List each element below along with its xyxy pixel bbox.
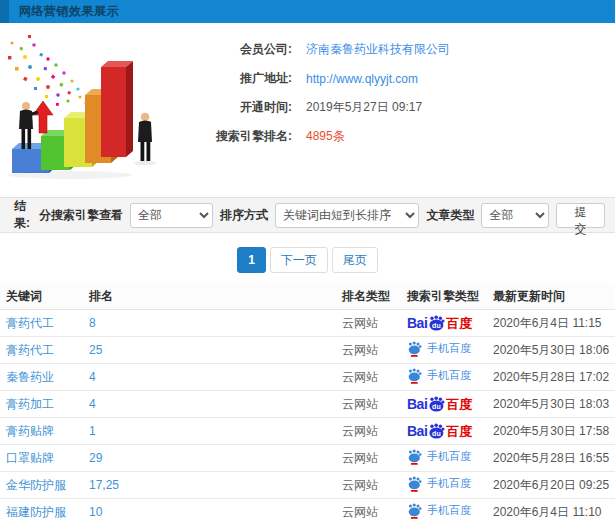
svg-text:du: du <box>432 403 441 410</box>
baidu-bai-text: Bai <box>407 397 427 411</box>
keyword-link[interactable]: 金华防护服 <box>6 478 66 492</box>
updated-time: 2020年6月4日 11:10 <box>493 504 615 520</box>
rank-type-value: 云网站 <box>342 423 407 440</box>
mobile-baidu-logo: 手机百度 <box>407 503 471 519</box>
open-time-value: 2019年5月27日 09:17 <box>306 99 422 116</box>
sort-filter-label: 排序方式 <box>220 207 268 224</box>
table-row: 膏药贴牌 1 云网站 Bai du 百度 <box>0 418 615 445</box>
result-label: 结果: <box>14 198 39 232</box>
baidu-cn-text: 百度 <box>446 317 472 330</box>
baidu-paw-icon: du <box>428 315 445 331</box>
mobile-baidu-text: 手机百度 <box>427 449 471 464</box>
baidu-logo: Bai du 百度 <box>407 423 472 438</box>
col-keyword: 关键词 <box>6 288 89 305</box>
table-body: 膏药代工 8 云网站 Bai du 百度 <box>0 310 615 520</box>
keyword-link[interactable]: 秦鲁药业 <box>6 370 54 384</box>
rank-link[interactable]: 1 <box>89 424 96 438</box>
page: 网络营销效果展示 <box>0 0 615 520</box>
updated-time: 2020年5月28日 16:55 <box>493 450 615 467</box>
col-engine-type: 搜索引擎类型 <box>407 288 493 305</box>
table-row: 膏药代工 25 云网站 <box>0 337 615 364</box>
baidu-cn-text: 百度 <box>446 398 472 411</box>
col-rank-type: 排名类型 <box>342 288 407 305</box>
engine-filter-label: 分搜索引擎查看 <box>39 207 123 224</box>
updated-time: 2020年5月30日 18:03 <box>493 396 615 413</box>
col-rank: 排名 <box>89 288 342 305</box>
up-arrow <box>33 101 53 133</box>
rank-type-value: 云网站 <box>342 396 407 413</box>
table-row: 秦鲁药业 4 云网站 <box>0 364 615 391</box>
rank-link[interactable]: 17,25 <box>89 478 119 492</box>
title-bar: 网络营销效果展示 <box>0 0 615 23</box>
sort-filter-select[interactable]: 关键词由短到长排序 <box>275 203 419 228</box>
promo-url-link[interactable]: http://www.qlyyjt.com <box>306 72 418 86</box>
next-page-button[interactable]: 下一页 <box>270 247 328 273</box>
col-updated: 最新更新时间 <box>493 288 615 305</box>
page-1-button[interactable]: 1 <box>237 247 266 273</box>
mobile-baidu-paw-icon <box>407 503 422 519</box>
keyword-link[interactable]: 福建防护服 <box>6 505 66 519</box>
baidu-cn-text: 百度 <box>446 425 472 438</box>
submit-button[interactable]: 提交 <box>556 203 605 228</box>
filter-controls: 分搜索引擎查看 全部 排序方式 关键词由短到长排序 文章类型 全部 提交 <box>39 203 605 228</box>
rank-type-value: 云网站 <box>342 315 407 332</box>
updated-time: 2020年5月30日 18:06 <box>493 342 615 359</box>
mobile-baidu-logo: 手机百度 <box>407 449 471 465</box>
keyword-link[interactable]: 口罩贴牌 <box>6 451 54 465</box>
article-type-select[interactable]: 全部 <box>481 203 549 228</box>
last-page-button[interactable]: 尾页 <box>332 247 378 273</box>
mobile-baidu-paw-icon <box>407 341 422 357</box>
table-row: 福建防护服 10 云网站 <box>0 499 615 520</box>
rank-link[interactable]: 4 <box>89 370 96 384</box>
updated-time: 2020年6月4日 11:15 <box>493 315 615 332</box>
rank-link[interactable]: 10 <box>89 505 102 519</box>
mobile-baidu-text: 手机百度 <box>427 476 471 491</box>
rank-type-value: 云网站 <box>342 369 407 386</box>
rank-link[interactable]: 8 <box>89 316 96 330</box>
mobile-baidu-text: 手机百度 <box>427 341 471 356</box>
keyword-link[interactable]: 膏药贴牌 <box>6 424 54 438</box>
open-time-label: 开通时间: <box>180 99 292 116</box>
engine-rank-count: 4895条 <box>306 128 345 145</box>
table-row: 膏药代工 8 云网站 Bai du 百度 <box>0 310 615 337</box>
mobile-baidu-logo: 手机百度 <box>407 368 471 384</box>
baidu-bai-text: Bai <box>407 424 427 438</box>
rank-type-value: 云网站 <box>342 450 407 467</box>
keyword-link[interactable]: 膏药代工 <box>6 343 54 357</box>
mobile-baidu-paw-icon <box>407 476 422 492</box>
table-row: 金华防护服 17,25 云网站 <box>0 472 615 499</box>
baidu-paw-icon: du <box>428 423 445 439</box>
results-table: 关键词 排名 排名类型 搜索引擎类型 最新更新时间 膏药代工 8 云网站 Bai <box>0 283 615 520</box>
table-header: 关键词 排名 排名类型 搜索引擎类型 最新更新时间 <box>0 283 615 310</box>
svg-text:du: du <box>432 322 441 329</box>
svg-text:du: du <box>432 430 441 437</box>
pagination: 1 下一页 尾页 <box>0 247 615 273</box>
company-link[interactable]: 济南秦鲁药业科技有限公司 <box>306 41 450 58</box>
keyword-link[interactable]: 膏药加工 <box>6 397 54 411</box>
rank-link[interactable]: 29 <box>89 451 102 465</box>
mobile-baidu-logo: 手机百度 <box>407 341 471 357</box>
baidu-paw-icon: du <box>428 396 445 412</box>
page-title: 网络营销效果展示 <box>19 3 119 20</box>
engine-filter-select[interactable]: 全部 <box>130 203 213 228</box>
updated-time: 2020年6月20日 09:25 <box>493 477 615 494</box>
engine-rank-label: 搜索引擎排名: <box>180 128 292 145</box>
mobile-baidu-text: 手机百度 <box>427 503 471 518</box>
confetti-dots <box>8 35 87 106</box>
rank-link[interactable]: 4 <box>89 397 96 411</box>
bar-red <box>101 61 133 157</box>
keyword-link[interactable]: 膏药代工 <box>6 316 54 330</box>
article-type-label: 文章类型 <box>426 207 474 224</box>
mobile-baidu-paw-icon <box>407 368 422 384</box>
businessman-right <box>134 113 156 165</box>
mobile-baidu-logo: 手机百度 <box>407 476 471 492</box>
rank-link[interactable]: 25 <box>89 343 102 357</box>
top-section: 会员公司: 济南秦鲁药业科技有限公司 推广地址: http://www.qlyy… <box>0 23 615 191</box>
company-label: 会员公司: <box>180 41 292 58</box>
updated-time: 2020年5月28日 17:02 <box>493 369 615 386</box>
baidu-logo: Bai du 百度 <box>407 396 472 411</box>
mobile-baidu-paw-icon <box>407 449 422 465</box>
baidu-logo: Bai du 百度 <box>407 315 472 330</box>
filter-bar: 结果: 分搜索引擎查看 全部 排序方式 关键词由短到长排序 文章类型 全部 提交 <box>0 197 615 233</box>
table-row: 口罩贴牌 29 云网站 <box>0 445 615 472</box>
